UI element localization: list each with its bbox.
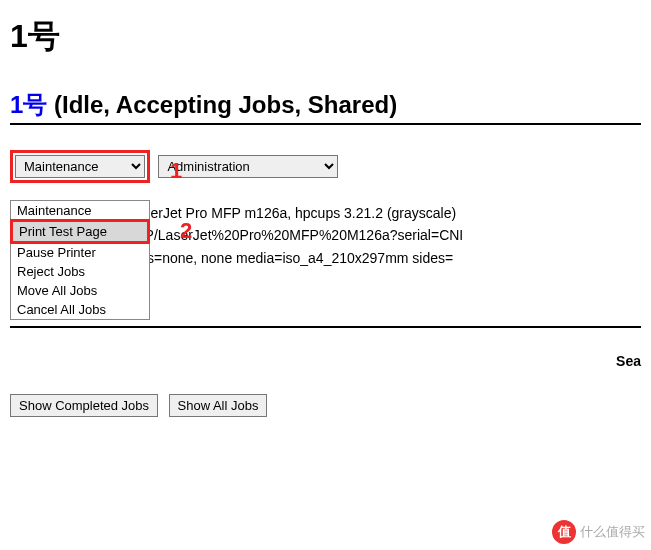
watermark: 值 什么值得买 (552, 520, 645, 544)
annotation-2: 2 (180, 218, 192, 244)
maintenance-option-print-test-page[interactable]: Print Test Page (10, 219, 150, 244)
description-value: P LaserJet Pro MFP m126a, hpcups 3.21.2 … (115, 205, 456, 221)
watermark-text: 什么值得买 (580, 523, 645, 541)
search-row: Sea (10, 353, 641, 369)
maintenance-option[interactable]: Cancel All Jobs (11, 300, 149, 319)
maintenance-option[interactable]: Pause Printer (11, 243, 149, 262)
show-all-jobs-button[interactable]: Show All Jobs (169, 394, 268, 417)
maintenance-select-highlight: Maintenance (10, 150, 150, 183)
job-buttons-row: Show Completed Jobs Show All Jobs (10, 394, 641, 417)
maintenance-option[interactable]: Maintenance (11, 201, 149, 220)
administration-select[interactable]: Administration (158, 155, 338, 178)
printer-status-text: (Idle, Accepting Jobs, Shared) (47, 91, 397, 118)
printer-heading: 1号 (Idle, Accepting Jobs, Shared) (10, 89, 641, 125)
show-completed-jobs-button[interactable]: Show Completed Jobs (10, 394, 158, 417)
printer-name-link[interactable]: 1号 (10, 91, 47, 118)
maintenance-option[interactable]: Move All Jobs (11, 281, 149, 300)
controls-row: Maintenance Administration (10, 150, 641, 183)
connection-value: b://HP/LaserJet%20Pro%20MFP%20M126a?seri… (115, 227, 463, 243)
maintenance-option[interactable]: Reject Jobs (11, 262, 149, 281)
annotation-1: 1 (170, 158, 182, 184)
search-label: Sea (616, 353, 641, 369)
maintenance-dropdown-open: Maintenance Print Test Page Pause Printe… (10, 200, 150, 320)
page-title: 1号 (10, 15, 641, 59)
watermark-logo: 值 (552, 520, 576, 544)
maintenance-select[interactable]: Maintenance (15, 155, 145, 178)
